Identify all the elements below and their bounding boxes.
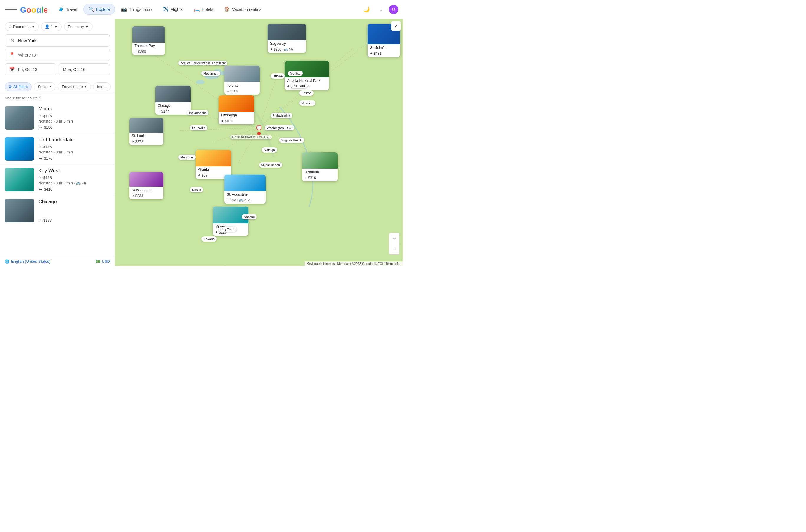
- toronto-img: [224, 66, 260, 82]
- dark-mode-button[interactable]: 🌙: [361, 3, 372, 15]
- filter-sliders-icon: ⚙: [8, 84, 12, 89]
- miami-flight: ✈ $116: [38, 114, 110, 118]
- toronto-price: ✈ $183: [224, 89, 260, 95]
- plane-icon-sl: ✈: [132, 140, 134, 144]
- user-avatar[interactable]: U: [389, 5, 398, 14]
- fort-lauderdale-name: Fort Lauderdale: [38, 137, 110, 143]
- pin-indianapolis[interactable]: Indianapolis: [187, 110, 208, 115]
- tab-flights-label: Flights: [170, 7, 182, 12]
- key-west-hotel: 🛏 $410: [38, 187, 110, 191]
- tab-explore[interactable]: 🔍 Explore: [84, 4, 115, 15]
- trip-type-button[interactable]: ⇄ Round trip ▼: [5, 22, 39, 31]
- result-item-miami[interactable]: Miami ✈ $116 Nonstop · 3 hr 5 min 🛏 $190: [0, 102, 115, 133]
- plane-icon-pi: ✈: [221, 119, 224, 123]
- plane-icon-no: ✈: [132, 194, 134, 198]
- pin-philadelphia[interactable]: Philadelphia: [271, 113, 292, 118]
- expand-icon: ⤢: [394, 23, 398, 28]
- pin-ottawa[interactable]: Ottawa: [271, 73, 285, 79]
- result-item-key-west[interactable]: Key West ✈ $116 Nonstop · 3 hr 5 min · 🚌…: [0, 164, 115, 195]
- st-augustine-price-value: $94: [230, 198, 236, 202]
- all-filters-button[interactable]: ⚙ All filters: [5, 82, 32, 91]
- plane-icon-tb: ✈: [135, 50, 138, 54]
- tab-hotels[interactable]: 🛏️ Hotels: [189, 4, 218, 15]
- map-area[interactable]: Thunder Bay ✈ $389 Saguenay ✈ $266 › 🚌 5…: [115, 19, 403, 266]
- depart-date-field[interactable]: 📅 Fri, Oct 13: [5, 63, 56, 75]
- interests-filter-button[interactable]: Inte...: [93, 82, 111, 91]
- all-filters-label: All filters: [13, 84, 28, 89]
- top-nav: Google 🧳 Travel 🔍 Explore 📷 Things to do…: [0, 0, 403, 19]
- chicago-card-img: [155, 86, 191, 102]
- origin-field[interactable]: ⊙: [5, 35, 110, 46]
- pin-destin[interactable]: Destin: [190, 187, 203, 192]
- pin-montreal[interactable]: Montr...: [288, 71, 303, 76]
- pin-virginia-beach[interactable]: Virginia Beach: [279, 137, 304, 143]
- zoom-out-button[interactable]: −: [389, 244, 400, 254]
- currency-icon: 💵: [95, 259, 100, 264]
- tab-flights[interactable]: ✈️ Flights: [158, 4, 187, 15]
- map-card-bermuda[interactable]: Bermuda ✈ $316: [302, 152, 337, 181]
- tab-things-to-do-label: Things to do: [129, 7, 151, 12]
- map-card-saguenay[interactable]: Saguenay ✈ $266 › 🚌 5h: [268, 24, 306, 53]
- zoom-in-button[interactable]: +: [389, 233, 400, 244]
- tab-travel-label: Travel: [66, 7, 77, 12]
- pin-portland[interactable]: Portland: [291, 83, 307, 88]
- result-item-fort-lauderdale[interactable]: Fort Lauderdale ✈ $116 Nonstop · 3 hr 5 …: [0, 133, 115, 164]
- map-card-atlanta[interactable]: Atlanta ✈ $98: [196, 150, 231, 179]
- pin-mackinac[interactable]: Mackina...: [201, 71, 220, 76]
- map-card-new-orleans[interactable]: New Orleans ✈ $233: [129, 172, 163, 199]
- stops-filter-button[interactable]: Stops ▼: [34, 82, 55, 91]
- map-card-st-louis[interactable]: St. Louis ✈ $272: [129, 118, 163, 145]
- map-card-st-augustine[interactable]: St. Augustine ✈ $94 › 🚌 2.5h: [224, 175, 265, 204]
- travel-icon: 🧳: [58, 6, 64, 12]
- pin-nassau[interactable]: Nassau: [242, 214, 257, 220]
- things-to-do-icon: 📷: [121, 6, 127, 12]
- pin-myrtle-beach[interactable]: Myrtle Beach: [259, 162, 282, 168]
- pin-washington[interactable]: Washington, D.C.: [265, 125, 294, 131]
- menu-button[interactable]: [5, 3, 17, 15]
- pin-appalachian[interactable]: APPALACHIAN MOUNTAINS: [230, 135, 272, 139]
- saguenay-extra: › 🚌 5h: [282, 48, 293, 51]
- plane-icon-ac: ✈: [287, 84, 290, 88]
- apps-button[interactable]: ⠿: [375, 3, 386, 15]
- terms-link[interactable]: Terms of...: [386, 262, 401, 265]
- destination-field[interactable]: 📍: [5, 49, 110, 61]
- destination-input[interactable]: [18, 53, 106, 57]
- thunder-bay-price: ✈ $389: [132, 50, 165, 55]
- result-item-chicago[interactable]: Chicago ✈ $177: [0, 195, 115, 226]
- keyboard-shortcuts-link[interactable]: Keyboard shortcuts: [307, 262, 335, 265]
- key-west-hotel-price: $410: [44, 187, 53, 191]
- destination-pin-icon: 📍: [9, 52, 15, 58]
- person-icon: 👤: [45, 24, 50, 29]
- pittsburgh-img: [219, 95, 254, 112]
- thunder-bay-label: Thunder Bay: [132, 43, 165, 50]
- map-card-thunder-bay[interactable]: Thunder Bay ✈ $389: [132, 26, 165, 55]
- bottom-bar: 🌐 English (United States) 💵 USD: [0, 256, 115, 266]
- passengers-button[interactable]: 👤 1 ▼: [41, 22, 61, 31]
- pin-raleigh[interactable]: Raleigh: [262, 147, 277, 153]
- map-expand-button[interactable]: ⤢: [391, 21, 401, 31]
- map-card-toronto[interactable]: Toronto ✈ $183: [224, 66, 260, 95]
- tab-things-to-do[interactable]: 📷 Things to do: [116, 4, 157, 15]
- map-card-chicago[interactable]: Chicago ✈ $177: [155, 86, 191, 115]
- pin-louisville[interactable]: Louisville: [190, 125, 207, 131]
- date-row: 📅 Fri, Oct 13 Mon, Oct 16: [5, 63, 110, 75]
- travel-mode-filter-button[interactable]: Travel mode ▼: [58, 82, 91, 91]
- pin-memphis[interactable]: Memphis: [178, 155, 196, 160]
- return-date-field[interactable]: Mon, Oct 16: [59, 63, 110, 75]
- hotels-icon: 🛏️: [194, 6, 200, 12]
- class-button[interactable]: Economy ▼: [64, 22, 93, 31]
- pin-newport[interactable]: Newport: [299, 100, 315, 106]
- pin-boston[interactable]: Boston: [299, 91, 313, 96]
- pin-key-west[interactable]: Key West: [219, 227, 237, 232]
- pin-havana[interactable]: Havana: [201, 236, 217, 242]
- tab-vacation-rentals[interactable]: 🏠 Vacation rentals: [219, 4, 266, 15]
- origin-input[interactable]: [18, 38, 106, 43]
- search-controls: ⇄ Round trip ▼ 👤 1 ▼ Economy ▼ ⊙: [0, 19, 115, 81]
- tab-travel[interactable]: 🧳 Travel: [53, 4, 82, 15]
- pin-pictured-rocks[interactable]: Pictured Rocks National Lakeshore: [178, 61, 227, 65]
- currency-button[interactable]: 💵 USD: [95, 259, 110, 264]
- trip-controls: ⇄ Round trip ▼ 👤 1 ▼ Economy ▼: [5, 22, 110, 31]
- globe-icon: 🌐: [5, 259, 10, 264]
- map-card-pittsburgh[interactable]: Pittsburgh ✈ $102: [219, 95, 254, 124]
- language-button[interactable]: 🌐 English (United States): [5, 259, 50, 264]
